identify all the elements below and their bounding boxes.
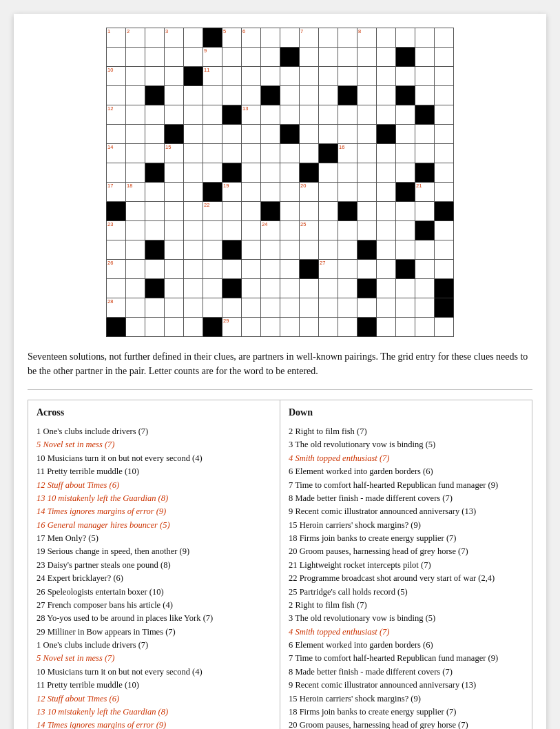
grid-cell[interactable]	[300, 240, 319, 260]
grid-cell[interactable]	[203, 279, 222, 298]
grid-cell[interactable]: 5	[222, 28, 242, 48]
grid-cell[interactable]	[300, 67, 319, 86]
grid-cell[interactable]	[203, 28, 222, 48]
grid-cell[interactable]	[435, 279, 454, 298]
grid-cell[interactable]	[338, 202, 357, 221]
grid-cell[interactable]	[242, 144, 261, 163]
grid-cell[interactable]	[415, 260, 435, 279]
grid-cell[interactable]	[184, 279, 203, 298]
grid-cell[interactable]	[184, 67, 203, 86]
grid-cell[interactable]	[338, 86, 357, 105]
grid-cell[interactable]	[222, 260, 242, 279]
grid-cell[interactable]: 18	[126, 183, 145, 202]
grid-cell[interactable]	[415, 240, 435, 260]
grid-cell[interactable]	[415, 105, 435, 125]
grid-cell[interactable]	[319, 221, 338, 240]
grid-cell[interactable]	[145, 86, 165, 105]
grid-cell[interactable]	[377, 279, 396, 298]
grid-cell[interactable]: 27	[319, 260, 338, 279]
grid-cell[interactable]	[261, 105, 280, 125]
grid-cell[interactable]	[396, 163, 415, 183]
grid-cell[interactable]	[126, 260, 145, 279]
grid-cell[interactable]	[300, 48, 319, 67]
grid-cell[interactable]	[145, 202, 165, 221]
grid-cell[interactable]	[435, 125, 454, 144]
grid-cell[interactable]	[184, 86, 203, 105]
grid-cell[interactable]	[377, 183, 396, 202]
grid-cell[interactable]	[222, 221, 242, 240]
grid-cell[interactable]	[107, 279, 126, 298]
grid-cell[interactable]	[319, 163, 338, 183]
grid-cell[interactable]	[145, 28, 165, 48]
grid-cell[interactable]	[261, 125, 280, 144]
grid-cell[interactable]	[184, 318, 203, 337]
grid-cell[interactable]	[357, 48, 377, 67]
grid-cell[interactable]	[222, 279, 242, 298]
grid-cell[interactable]	[396, 202, 415, 221]
grid-cell[interactable]: 16	[338, 144, 357, 163]
grid-cell[interactable]	[435, 28, 454, 48]
grid-cell[interactable]: 14	[107, 144, 126, 163]
grid-cell[interactable]	[165, 86, 184, 105]
grid-cell[interactable]	[203, 125, 222, 144]
grid-cell[interactable]	[165, 67, 184, 86]
grid-cell[interactable]	[203, 260, 222, 279]
grid-cell[interactable]	[415, 298, 435, 318]
grid-cell[interactable]	[222, 105, 242, 125]
grid-cell[interactable]: 15	[165, 144, 184, 163]
grid-cell[interactable]	[184, 202, 203, 221]
grid-cell[interactable]	[435, 86, 454, 105]
grid-cell[interactable]	[300, 318, 319, 337]
grid-cell[interactable]	[377, 260, 396, 279]
grid-cell[interactable]	[165, 163, 184, 183]
grid-cell[interactable]	[203, 144, 222, 163]
grid-cell[interactable]	[338, 125, 357, 144]
grid-cell[interactable]	[338, 105, 357, 125]
grid-cell[interactable]	[377, 163, 396, 183]
grid-cell[interactable]: 22	[203, 202, 222, 221]
grid-cell[interactable]	[242, 221, 261, 240]
grid-cell[interactable]: 11	[203, 67, 222, 86]
grid-cell[interactable]	[126, 125, 145, 144]
grid-cell[interactable]	[242, 298, 261, 318]
grid-cell[interactable]	[280, 48, 300, 67]
grid-cell[interactable]	[435, 144, 454, 163]
grid-cell[interactable]	[319, 48, 338, 67]
grid-cell[interactable]	[184, 183, 203, 202]
grid-cell[interactable]	[396, 240, 415, 260]
grid-cell[interactable]	[107, 125, 126, 144]
grid-cell[interactable]	[222, 125, 242, 144]
grid-cell[interactable]	[184, 125, 203, 144]
grid-cell[interactable]	[300, 105, 319, 125]
grid-cell[interactable]	[300, 125, 319, 144]
grid-cell[interactable]	[319, 144, 338, 163]
grid-cell[interactable]	[300, 279, 319, 298]
grid-cell[interactable]	[280, 183, 300, 202]
grid-cell[interactable]	[145, 67, 165, 86]
grid-cell[interactable]	[435, 260, 454, 279]
grid-cell[interactable]	[415, 318, 435, 337]
grid-cell[interactable]	[165, 279, 184, 298]
grid-cell[interactable]	[184, 298, 203, 318]
grid-cell[interactable]	[107, 202, 126, 221]
grid-cell[interactable]	[203, 318, 222, 337]
grid-cell[interactable]	[280, 202, 300, 221]
grid-cell[interactable]	[145, 318, 165, 337]
grid-cell[interactable]: 20	[300, 183, 319, 202]
grid-cell[interactable]	[357, 202, 377, 221]
grid-cell[interactable]	[107, 48, 126, 67]
grid-cell[interactable]	[222, 144, 242, 163]
grid-cell[interactable]: 28	[107, 298, 126, 318]
grid-cell[interactable]	[280, 144, 300, 163]
grid-cell[interactable]: 24	[261, 221, 280, 240]
grid-cell[interactable]	[319, 183, 338, 202]
grid-cell[interactable]	[107, 318, 126, 337]
grid-cell[interactable]	[338, 279, 357, 298]
grid-cell[interactable]	[242, 318, 261, 337]
grid-cell[interactable]	[338, 48, 357, 67]
grid-cell[interactable]	[222, 163, 242, 183]
grid-cell[interactable]	[242, 67, 261, 86]
grid-cell[interactable]	[357, 163, 377, 183]
grid-cell[interactable]	[396, 144, 415, 163]
grid-cell[interactable]	[145, 279, 165, 298]
